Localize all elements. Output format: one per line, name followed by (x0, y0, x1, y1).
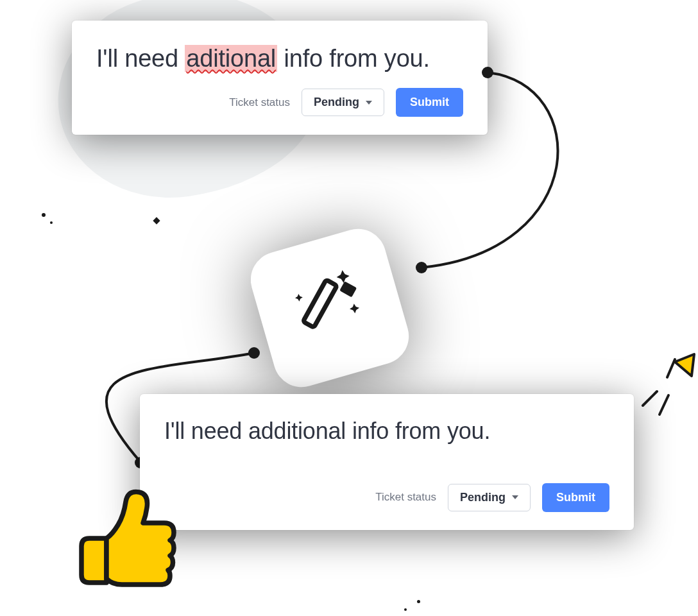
magic-wand-tile (244, 222, 416, 394)
ticket-status-select[interactable]: Pending (448, 484, 531, 511)
card-actions: Ticket status Pending Submit (96, 88, 463, 117)
card-after: I'll need additional info from you. Tick… (140, 394, 634, 530)
sentence-before: I'll need aditional info from you. (96, 42, 463, 75)
sentence-prefix: I'll need (96, 45, 185, 72)
card-before: I'll need aditional info from you. Ticke… (72, 21, 488, 135)
ticket-status-value: Pending (460, 491, 506, 504)
deco-dot (153, 217, 160, 224)
sentence-suffix: info from you. (277, 45, 430, 72)
thumbs-up-icon (68, 479, 183, 594)
deco-dot (50, 221, 53, 224)
chevron-down-icon (512, 495, 518, 499)
connector-node (248, 347, 260, 359)
magic-wand-icon (282, 261, 377, 355)
connector-node (416, 262, 427, 273)
deco-dot (42, 213, 46, 217)
spark-lines-icon (630, 350, 698, 427)
submit-button[interactable]: Submit (396, 88, 463, 117)
svg-line-2 (643, 391, 657, 406)
svg-rect-0 (303, 280, 337, 327)
deco-dot (404, 608, 407, 611)
ticket-status-select[interactable]: Pending (302, 89, 384, 116)
ticket-status-label: Ticket status (229, 96, 290, 109)
ticket-status-value: Pending (314, 96, 359, 109)
svg-rect-1 (339, 281, 357, 297)
deco-dot (417, 600, 420, 603)
submit-button[interactable]: Submit (542, 483, 609, 512)
sentence-after: I'll need additional info from you. (164, 416, 609, 447)
card-actions: Ticket status Pending Submit (164, 483, 609, 512)
ticket-status-label: Ticket status (375, 491, 436, 504)
svg-line-3 (660, 395, 668, 415)
connector-node (482, 67, 493, 78)
chevron-down-icon (366, 101, 372, 105)
misspelled-word: aditional (185, 45, 277, 72)
